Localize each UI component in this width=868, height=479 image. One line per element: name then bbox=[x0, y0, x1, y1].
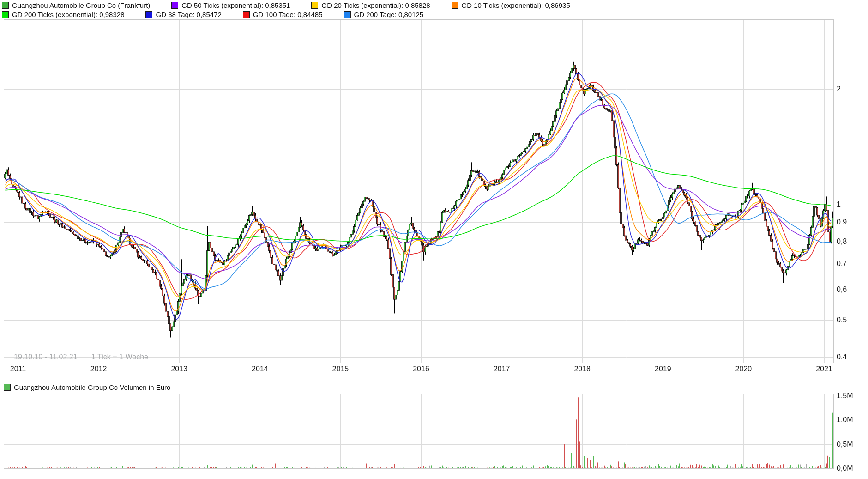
legend-item-label: GD 100 Tage: 0,84485 bbox=[253, 11, 323, 18]
x-axis-label: 2021 bbox=[808, 365, 840, 373]
volume-axis-label: 0,5M bbox=[837, 440, 853, 449]
price-axis-label: 0,6 bbox=[837, 285, 847, 294]
legend-item-label: GD 50 Ticks (exponential): 0,85351 bbox=[181, 1, 290, 9]
x-axis-label: 2017 bbox=[486, 365, 518, 373]
legend-item-gd200-tage: GD 200 Tage: 0,80125 bbox=[344, 11, 424, 18]
price-axis-label: 1 bbox=[837, 200, 841, 209]
legend-item-gd10-ticks: GD 10 Ticks (exponential): 0,86935 bbox=[452, 1, 570, 9]
legend-item-gd50-ticks: GD 50 Ticks (exponential): 0,85351 bbox=[171, 1, 290, 9]
price-axis-label: 0,8 bbox=[837, 237, 847, 246]
legend-item-gd20-ticks: GD 20 Ticks (exponential): 0,85828 bbox=[311, 1, 430, 9]
price-axis-label: 0,5 bbox=[837, 316, 847, 324]
x-axis-label: 2011 bbox=[2, 365, 34, 373]
legend-item-gd38-tage: GD 38 Tage: 0,85472 bbox=[145, 11, 221, 18]
gd100-color-swatch bbox=[243, 11, 250, 18]
legend-item-label: GD 10 Ticks (exponential): 0,86935 bbox=[462, 1, 570, 9]
legend-item-label: GD 200 Tage: 0,80125 bbox=[354, 11, 424, 18]
date-range-label: 19.10.10 - 11.02.21 bbox=[14, 353, 78, 361]
legend-item-gd200-ticks: GD 200 Ticks (exponential): 0,98328 bbox=[2, 11, 124, 18]
volume-legend: Guangzhou Automobile Group Co Volumen in… bbox=[4, 383, 170, 391]
gd200-tage-color-swatch bbox=[344, 11, 351, 18]
volume-axis-label: 0,0M bbox=[837, 464, 853, 473]
x-axis-label: 2020 bbox=[727, 365, 760, 373]
legend-item-label: Guangzhou Automobile Group Co (Frankfurt… bbox=[12, 1, 150, 9]
volume-color-swatch bbox=[4, 384, 11, 391]
volume-axis-label: 1,5M bbox=[837, 392, 853, 400]
gd50-color-swatch bbox=[171, 2, 178, 9]
price-volume-chart-canvas bbox=[0, 0, 868, 479]
x-axis-label: 2014 bbox=[244, 365, 276, 373]
price-axis-label: 0,9 bbox=[837, 218, 847, 226]
x-axis-label: 2018 bbox=[566, 365, 598, 373]
gd10-color-swatch bbox=[452, 2, 458, 9]
x-axis-label: 2012 bbox=[83, 365, 115, 373]
legend-item-label: GD 38 Tage: 0,85472 bbox=[156, 11, 221, 18]
price-axis-label: 2 bbox=[837, 85, 841, 93]
tick-interval-label: 1 Tick = 1 Woche bbox=[91, 353, 148, 361]
legend-item-label: GD 200 Ticks (exponential): 0,98328 bbox=[12, 11, 124, 18]
x-axis-label: 2019 bbox=[647, 365, 679, 373]
legend-item-gd100-tage: GD 100 Tage: 0,84485 bbox=[243, 11, 323, 18]
gd20-color-swatch bbox=[311, 2, 318, 9]
x-axis-label: 2015 bbox=[324, 365, 356, 373]
chart-window: { "legend": { "rows": [ {"items": [ {"la… bbox=[0, 0, 868, 479]
price-legend-row-1: Guangzhou Automobile Group Co (Frankfurt… bbox=[2, 1, 570, 9]
volume-axis-label: 1,0M bbox=[837, 416, 853, 424]
price-axis-label: 0,7 bbox=[837, 260, 847, 268]
volume-legend-label: Guangzhou Automobile Group Co Volumen in… bbox=[14, 383, 170, 391]
x-axis-label: 2016 bbox=[405, 365, 437, 373]
gd200-ticks-color-swatch bbox=[2, 11, 9, 18]
chart-info-text: 19.10.10 - 11.02.21 1 Tick = 1 Woche bbox=[14, 353, 148, 361]
legend-item-label: GD 20 Ticks (exponential): 0,85828 bbox=[321, 1, 430, 9]
price-axis-label: 0,4 bbox=[837, 353, 847, 361]
gd38-color-swatch bbox=[145, 11, 152, 18]
series-color-swatch bbox=[2, 2, 9, 9]
price-legend-row-2: GD 200 Ticks (exponential): 0,98328 GD 3… bbox=[2, 11, 423, 18]
x-axis-label: 2013 bbox=[163, 365, 195, 373]
legend-item-series: Guangzhou Automobile Group Co (Frankfurt… bbox=[2, 1, 150, 9]
